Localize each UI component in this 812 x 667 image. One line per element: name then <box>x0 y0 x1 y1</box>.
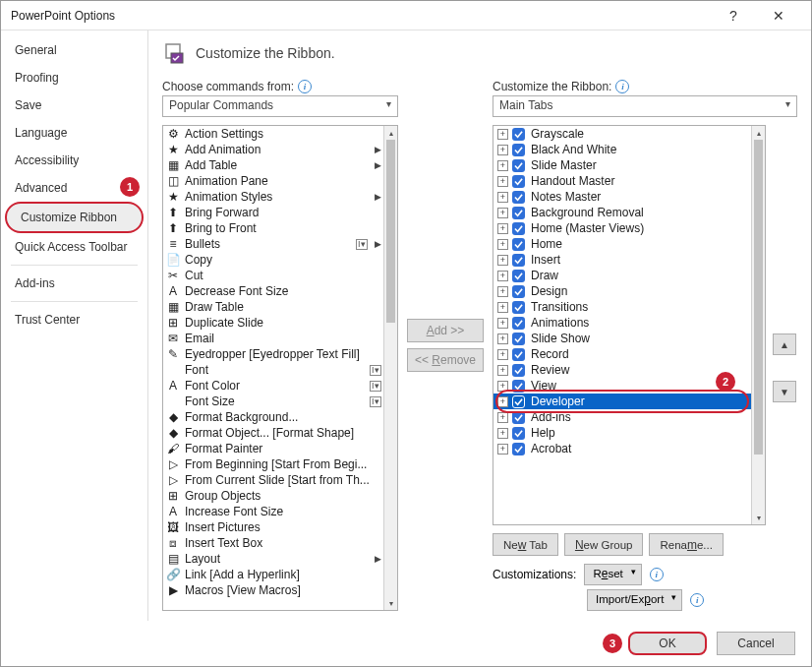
expand-icon[interactable]: + <box>497 129 508 140</box>
checkbox[interactable] <box>512 207 525 219</box>
tab-tree-item[interactable]: +Slide Show <box>493 331 751 346</box>
tab-tree-item[interactable]: +Developer <box>493 394 751 409</box>
checkbox[interactable] <box>512 333 525 345</box>
scrollbar[interactable]: ▴ ▾ <box>751 126 765 524</box>
scroll-down-icon[interactable]: ▾ <box>384 596 397 610</box>
tab-tree-item[interactable]: +Home (Master Views) <box>493 220 751 236</box>
expand-icon[interactable]: + <box>497 255 508 266</box>
sidebar-item-addins[interactable]: Add-ins <box>1 270 147 297</box>
expand-icon[interactable]: + <box>497 239 508 250</box>
info-icon[interactable]: i <box>298 80 312 93</box>
checkbox[interactable] <box>512 144 525 156</box>
command-item[interactable]: ◆Format Object... [Format Shape] <box>163 425 383 441</box>
tab-tree-item[interactable]: +Design <box>493 283 751 299</box>
tab-tree-item[interactable]: +Help <box>493 425 751 441</box>
tab-tree-item[interactable]: +Record <box>493 346 751 362</box>
checkbox[interactable] <box>512 254 525 267</box>
commands-source-dropdown[interactable]: Popular Commands <box>162 95 398 117</box>
sidebar-item-proofing[interactable]: Proofing <box>1 64 147 91</box>
checkbox[interactable] <box>512 285 525 298</box>
expand-icon[interactable]: + <box>497 302 508 313</box>
expand-icon[interactable]: + <box>497 208 508 218</box>
expand-icon[interactable]: + <box>497 192 508 203</box>
expand-icon[interactable]: + <box>497 318 508 329</box>
expand-icon[interactable]: + <box>497 334 508 344</box>
checkbox[interactable] <box>512 222 525 235</box>
command-item[interactable]: ★Add Animation▶ <box>163 142 383 157</box>
close-button[interactable]: ✕ <box>756 1 801 30</box>
sidebar-item-qat[interactable]: Quick Access Toolbar <box>1 233 147 261</box>
import-export-dropdown[interactable]: Import/Export <box>587 589 682 611</box>
info-icon[interactable]: i <box>690 593 704 607</box>
command-item[interactable]: ⊞Duplicate Slide <box>163 315 383 331</box>
expand-icon[interactable]: + <box>497 145 508 155</box>
expand-icon[interactable]: + <box>497 160 508 171</box>
command-item[interactable]: ✉Email <box>163 331 383 346</box>
command-item[interactable]: 🔗Link [Add a Hyperlink] <box>163 567 383 582</box>
command-item[interactable]: ≡BulletsI▾▶ <box>163 236 383 252</box>
checkbox[interactable] <box>512 443 525 455</box>
commands-listbox[interactable]: ⚙Action Settings★Add Animation▶▦Add Tabl… <box>162 125 398 611</box>
ribbon-target-dropdown[interactable]: Main Tabs <box>493 95 797 117</box>
command-item[interactable]: ▷From Current Slide [Start from Th... <box>163 472 383 488</box>
sidebar-item-accessibility[interactable]: Accessibility <box>1 147 147 174</box>
command-item[interactable]: ⬆Bring to Front <box>163 220 383 236</box>
scroll-down-icon[interactable]: ▾ <box>752 511 765 524</box>
info-icon[interactable]: i <box>615 80 629 93</box>
sidebar-item-advanced[interactable]: Advanced 1 <box>1 174 147 202</box>
command-item[interactable]: ✎Eyedropper [Eyedropper Text Fill] <box>163 346 383 362</box>
tab-tree-item[interactable]: +Transitions <box>493 299 751 315</box>
command-item[interactable]: ▷From Beginning [Start From Begi... <box>163 456 383 472</box>
move-up-button[interactable]: ▲ <box>773 334 796 355</box>
command-item[interactable]: ◫Animation Pane <box>163 173 383 189</box>
expand-icon[interactable]: + <box>497 349 508 360</box>
expand-icon[interactable]: + <box>497 271 508 281</box>
tab-tree-item[interactable]: +Insert <box>493 252 751 268</box>
expand-icon[interactable]: + <box>497 223 508 234</box>
checkbox[interactable] <box>512 301 525 314</box>
command-item[interactable]: 🖼Insert Pictures <box>163 519 383 535</box>
checkbox[interactable] <box>512 238 525 251</box>
checkbox[interactable] <box>512 427 525 440</box>
command-item[interactable]: ⬆Bring Forward <box>163 205 383 220</box>
expand-icon[interactable]: + <box>497 444 508 455</box>
command-item[interactable]: FontI▾ <box>163 362 383 378</box>
expand-icon[interactable]: + <box>497 286 508 297</box>
new-tab-button[interactable]: New Tab <box>493 533 558 556</box>
move-down-button[interactable]: ▼ <box>773 381 796 402</box>
tab-tree-item[interactable]: +View <box>493 378 751 394</box>
tab-tree-item[interactable]: +Grayscale <box>493 126 751 142</box>
checkbox[interactable] <box>512 364 525 377</box>
tab-tree-item[interactable]: +Draw <box>493 268 751 283</box>
cancel-button[interactable]: Cancel <box>717 632 795 655</box>
checkbox[interactable] <box>512 380 525 393</box>
scrollbar[interactable]: ▴ ▾ <box>383 126 397 610</box>
command-item[interactable]: 📄Copy <box>163 252 383 268</box>
help-button[interactable]: ? <box>711 1 756 30</box>
tab-tree-item[interactable]: +Black And White <box>493 142 751 157</box>
new-group-button[interactable]: New Group <box>564 533 644 556</box>
checkbox[interactable] <box>512 159 525 172</box>
checkbox[interactable] <box>512 175 525 188</box>
sidebar-item-general[interactable]: General <box>1 36 147 64</box>
tab-tree-item[interactable]: +Animations <box>493 315 751 331</box>
sidebar-item-save[interactable]: Save <box>1 91 147 119</box>
checkbox[interactable] <box>512 348 525 361</box>
command-item[interactable]: ✂Cut <box>163 268 383 283</box>
command-item[interactable]: ⊞Group Objects <box>163 488 383 504</box>
expand-icon[interactable]: + <box>497 412 508 423</box>
tab-tree-item[interactable]: +Background Removal <box>493 205 751 220</box>
scroll-up-icon[interactable]: ▴ <box>384 126 397 140</box>
command-item[interactable]: Font SizeI▾ <box>163 394 383 409</box>
tab-tree-item[interactable]: +Slide Master <box>493 157 751 173</box>
add-button[interactable]: Add >> <box>407 319 484 342</box>
command-item[interactable]: ★Animation Styles▶ <box>163 189 383 205</box>
command-item[interactable]: 🖌Format Painter <box>163 441 383 456</box>
checkbox[interactable] <box>512 191 525 204</box>
tab-tree-item[interactable]: +Review <box>493 362 751 378</box>
command-item[interactable]: ▦Add Table▶ <box>163 157 383 173</box>
sidebar-item-customize-ribbon[interactable]: Customize Ribbon <box>5 202 144 233</box>
command-item[interactable]: ADecrease Font Size <box>163 283 383 299</box>
checkbox[interactable] <box>512 270 525 282</box>
tab-tree-item[interactable]: +Handout Master <box>493 173 751 189</box>
